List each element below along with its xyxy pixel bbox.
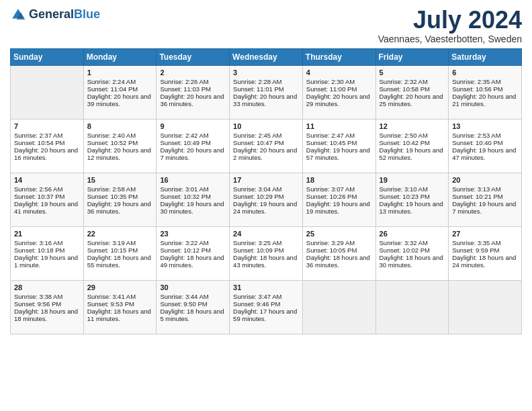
day-content: Sunrise: 2:37 AM	[14, 132, 80, 139]
day-content: Daylight: 19 hours and 19 minutes.	[306, 200, 372, 215]
day-content: Sunset: 9:53 PM	[87, 300, 153, 308]
day-content: Sunrise: 2:47 AM	[306, 132, 372, 139]
day-content: Daylight: 19 hours and 1 minute.	[14, 254, 80, 269]
day-number: 4	[306, 68, 372, 77]
day-content: Daylight: 20 hours and 7 minutes.	[160, 146, 226, 161]
day-number: 8	[87, 122, 153, 130]
day-content: Sunrise: 3:04 AM	[233, 185, 299, 193]
day-content: Daylight: 20 hours and 2 minutes.	[233, 146, 299, 161]
day-content: Sunset: 10:23 PM	[380, 193, 445, 200]
day-content: Sunset: 10:49 PM	[160, 139, 226, 146]
day-content: Sunset: 10:56 PM	[452, 85, 518, 93]
day-number: 6	[452, 68, 518, 77]
logo-text: GeneralBlue	[29, 8, 100, 21]
day-content: Sunrise: 3:25 AM	[233, 239, 299, 246]
calendar-cell: 7Sunrise: 2:37 AMSunset: 10:54 PMDayligh…	[11, 119, 84, 173]
day-number: 28	[14, 283, 80, 291]
page-header: GeneralBlue July 2024 Vaennaes, Vaesterb…	[10, 7, 522, 44]
day-content: Sunrise: 3:41 AM	[87, 293, 153, 300]
day-content: Daylight: 20 hours and 12 minutes.	[87, 146, 153, 161]
day-content: Daylight: 18 hours and 43 minutes.	[233, 254, 299, 269]
day-number: 15	[87, 176, 153, 184]
day-header-saturday: Saturday	[449, 48, 522, 65]
day-number: 5	[380, 68, 445, 77]
day-number: 19	[380, 176, 445, 184]
calendar-cell: 25Sunrise: 3:29 AMSunset: 10:05 PMDaylig…	[302, 226, 375, 280]
day-number: 23	[160, 230, 226, 238]
day-number: 10	[233, 122, 299, 130]
day-content: Daylight: 19 hours and 24 minutes.	[233, 200, 299, 215]
day-content: Sunset: 10:02 PM	[380, 246, 445, 254]
day-content: Daylight: 18 hours and 36 minutes.	[306, 254, 372, 269]
day-content: Sunrise: 3:10 AM	[380, 185, 445, 193]
day-number: 20	[452, 176, 518, 184]
day-content: Sunrise: 3:01 AM	[160, 185, 226, 193]
calendar-cell: 9Sunrise: 2:42 AMSunset: 10:49 PMDayligh…	[157, 119, 230, 173]
day-content: Sunset: 11:04 PM	[87, 85, 153, 93]
calendar-cell: 16Sunrise: 3:01 AMSunset: 10:32 PMDaylig…	[157, 173, 230, 226]
day-number: 27	[452, 230, 518, 238]
day-number: 26	[380, 230, 445, 238]
day-header-tuesday: Tuesday	[157, 48, 230, 65]
day-number: 14	[14, 176, 80, 184]
day-number: 13	[452, 122, 518, 130]
day-content: Daylight: 19 hours and 7 minutes.	[452, 200, 518, 215]
day-number: 21	[14, 230, 80, 238]
day-number: 22	[87, 230, 153, 238]
day-header-sunday: Sunday	[11, 48, 84, 65]
calendar-cell: 10Sunrise: 2:45 AMSunset: 10:47 PMDaylig…	[230, 119, 303, 173]
day-content: Sunset: 9:50 PM	[160, 300, 226, 308]
day-number: 9	[160, 122, 226, 130]
day-content: Sunset: 10:09 PM	[233, 246, 299, 254]
day-content: Sunrise: 2:50 AM	[380, 132, 445, 139]
calendar-cell: 28Sunrise: 3:38 AMSunset: 9:56 PMDayligh…	[11, 280, 84, 334]
day-content: Sunrise: 3:38 AM	[14, 293, 80, 300]
day-content: Sunset: 10:29 PM	[233, 193, 299, 200]
day-header-friday: Friday	[375, 48, 449, 65]
calendar-cell: 3Sunrise: 2:28 AMSunset: 11:01 PMDayligh…	[230, 65, 303, 119]
day-content: Sunrise: 3:32 AM	[380, 239, 445, 246]
day-content: Daylight: 19 hours and 41 minutes.	[14, 200, 80, 215]
day-content: Daylight: 19 hours and 36 minutes.	[87, 200, 153, 215]
day-content: Sunset: 10:12 PM	[160, 246, 226, 254]
day-number: 29	[87, 283, 153, 291]
day-content: Sunset: 10:05 PM	[306, 246, 372, 254]
day-content: Sunrise: 2:24 AM	[87, 78, 153, 85]
day-content: Sunrise: 2:58 AM	[87, 185, 153, 193]
calendar-cell: 27Sunrise: 3:35 AMSunset: 9:59 PMDayligh…	[449, 226, 522, 280]
calendar-cell: 30Sunrise: 3:44 AMSunset: 9:50 PMDayligh…	[157, 280, 230, 334]
day-number: 25	[306, 230, 372, 238]
calendar-cell: 29Sunrise: 3:41 AMSunset: 9:53 PMDayligh…	[83, 280, 157, 334]
day-content: Sunrise: 2:26 AM	[160, 78, 226, 85]
day-content: Sunset: 11:01 PM	[233, 85, 299, 93]
calendar-cell: 15Sunrise: 2:58 AMSunset: 10:35 PMDaylig…	[83, 173, 157, 226]
calendar-cell: 18Sunrise: 3:07 AMSunset: 10:26 PMDaylig…	[302, 173, 375, 226]
logo: GeneralBlue	[10, 7, 100, 23]
day-content: Sunset: 10:18 PM	[14, 246, 80, 254]
day-content: Daylight: 19 hours and 47 minutes.	[452, 146, 518, 161]
day-content: Daylight: 20 hours and 25 minutes.	[380, 93, 445, 107]
day-number: 11	[306, 122, 372, 130]
day-content: Daylight: 18 hours and 18 minutes.	[14, 308, 80, 322]
calendar-cell: 5Sunrise: 2:32 AMSunset: 10:58 PMDayligh…	[375, 65, 449, 119]
day-content: Daylight: 20 hours and 29 minutes.	[306, 93, 372, 107]
day-content: Daylight: 19 hours and 57 minutes.	[306, 146, 372, 161]
day-content: Sunrise: 3:13 AM	[452, 185, 518, 193]
day-content: Daylight: 18 hours and 55 minutes.	[87, 254, 153, 269]
calendar-cell	[449, 280, 522, 334]
day-content: Sunset: 9:46 PM	[233, 300, 299, 308]
day-content: Sunset: 10:45 PM	[306, 139, 372, 146]
day-header-thursday: Thursday	[302, 48, 375, 65]
calendar-cell: 6Sunrise: 2:35 AMSunset: 10:56 PMDayligh…	[449, 65, 522, 119]
calendar-cell: 31Sunrise: 3:47 AMSunset: 9:46 PMDayligh…	[230, 280, 303, 334]
day-content: Sunrise: 3:19 AM	[87, 239, 153, 246]
day-content: Daylight: 18 hours and 24 minutes.	[452, 254, 518, 269]
day-content: Sunrise: 3:44 AM	[160, 293, 226, 300]
day-content: Sunrise: 2:40 AM	[87, 132, 153, 139]
calendar-cell	[11, 65, 84, 119]
calendar-cell: 22Sunrise: 3:19 AMSunset: 10:15 PMDaylig…	[83, 226, 157, 280]
day-content: Sunrise: 2:42 AM	[160, 132, 226, 139]
day-number: 7	[14, 122, 80, 130]
calendar-cell: 13Sunrise: 2:53 AMSunset: 10:40 PMDaylig…	[449, 119, 522, 173]
day-content: Sunset: 11:00 PM	[306, 85, 372, 93]
